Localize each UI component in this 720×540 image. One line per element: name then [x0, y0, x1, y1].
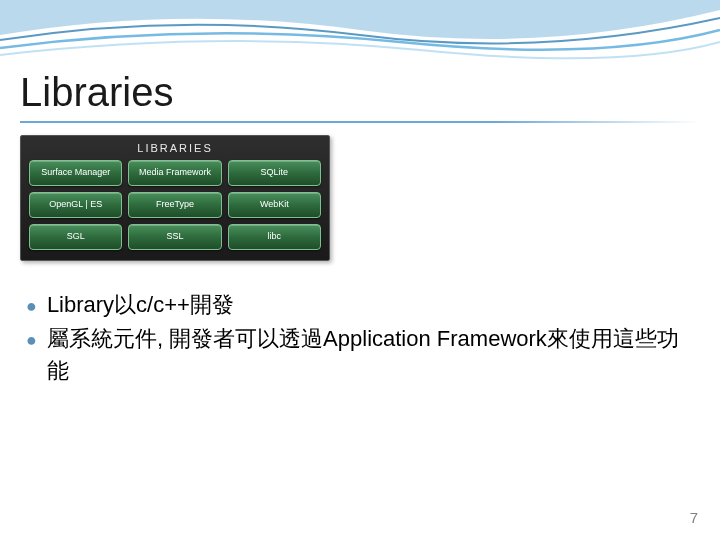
- bullet-text: Library以c/c++開發: [47, 289, 700, 321]
- slide-title: Libraries: [20, 70, 700, 115]
- bullet-text: 屬系統元件, 開發者可以透過Application Framework來使用這些…: [47, 323, 700, 387]
- lib-cell-libc: libc: [228, 224, 321, 250]
- libraries-panel-header: Libraries: [29, 142, 321, 154]
- lib-cell-ssl: SSL: [128, 224, 221, 250]
- libraries-grid: Surface Manager Media Framework SQLite O…: [29, 160, 321, 250]
- lib-cell-sgl: SGL: [29, 224, 122, 250]
- bullet-dot-icon: ●: [26, 293, 37, 319]
- libraries-panel: Libraries Surface Manager Media Framewor…: [20, 135, 330, 261]
- bullet-item: ● 屬系統元件, 開發者可以透過Application Framework來使用…: [26, 323, 700, 387]
- lib-cell-sqlite: SQLite: [228, 160, 321, 186]
- bullet-item: ● Library以c/c++開發: [26, 289, 700, 321]
- lib-cell-webkit: WebKit: [228, 192, 321, 218]
- bullet-list: ● Library以c/c++開發 ● 屬系統元件, 開發者可以透過Applic…: [20, 289, 700, 387]
- decorative-wave: [0, 0, 720, 70]
- lib-cell-surface-manager: Surface Manager: [29, 160, 122, 186]
- page-number: 7: [690, 509, 698, 526]
- lib-cell-freetype: FreeType: [128, 192, 221, 218]
- lib-cell-opengl-es: OpenGL | ES: [29, 192, 122, 218]
- bullet-dot-icon: ●: [26, 327, 37, 353]
- title-underline: [20, 121, 700, 123]
- lib-cell-media-framework: Media Framework: [128, 160, 221, 186]
